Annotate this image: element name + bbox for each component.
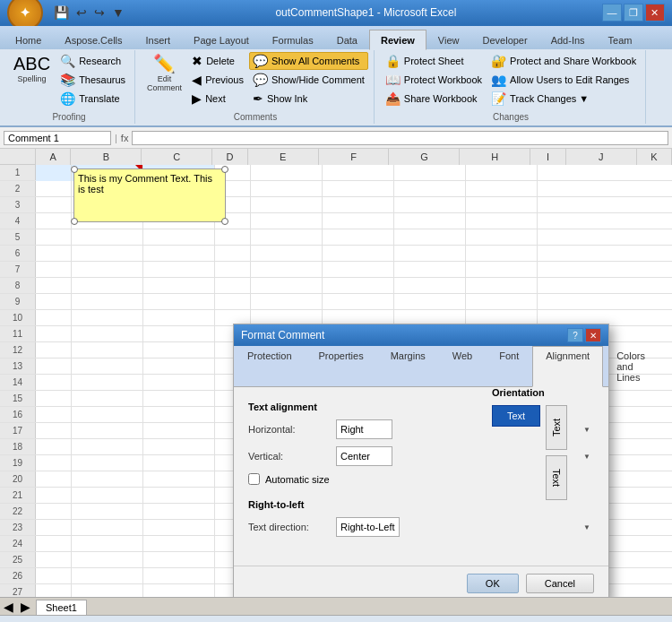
resize-handle-br[interactable]	[221, 218, 228, 225]
dialog-tab-alignment[interactable]: Alignment	[532, 346, 603, 387]
grid-cell[interactable]	[72, 520, 143, 536]
grid-cell[interactable]	[36, 520, 72, 536]
col-header-f[interactable]: F	[319, 149, 390, 165]
grid-cell[interactable]	[36, 181, 72, 197]
grid-cell[interactable]	[72, 278, 143, 294]
grid-cell[interactable]	[72, 375, 143, 391]
close-button[interactable]: ✕	[645, 4, 665, 22]
grid-cell[interactable]	[323, 197, 394, 213]
grid-cell[interactable]	[72, 294, 143, 310]
grid-cell[interactable]	[215, 278, 251, 294]
grid-cell[interactable]	[394, 246, 466, 262]
grid-cell[interactable]	[143, 246, 215, 262]
orientation-horizontal-button[interactable]: Text	[492, 405, 540, 427]
grid-cell[interactable]	[143, 342, 215, 359]
col-header-e[interactable]: E	[248, 149, 319, 165]
scroll-right-button[interactable]: ▶	[17, 600, 34, 614]
grid-cell[interactable]	[466, 294, 538, 310]
col-header-b[interactable]: B	[71, 149, 142, 165]
text-direction-select[interactable]: Context Left-to-Right Right-to-Left	[336, 517, 400, 537]
grid-cell[interactable]	[215, 262, 251, 278]
grid-cell[interactable]	[36, 439, 72, 455]
grid-cell[interactable]	[36, 423, 72, 439]
grid-cell[interactable]	[143, 229, 215, 246]
grid-cell[interactable]	[143, 568, 215, 584]
grid-cell[interactable]	[143, 310, 215, 326]
grid-cell[interactable]	[143, 278, 215, 294]
auto-size-checkbox[interactable]	[248, 473, 260, 485]
grid-cell[interactable]	[251, 246, 323, 262]
grid-cell[interactable]	[143, 391, 215, 407]
grid-cell[interactable]	[36, 197, 72, 213]
tab-add-ins[interactable]: Add-Ins	[539, 30, 597, 49]
format-comment-dialog[interactable]: Format Comment ? ✕ Protection Properties…	[233, 324, 609, 597]
grid-cell[interactable]	[466, 181, 538, 197]
tab-team[interactable]: Team	[597, 30, 644, 49]
grid-cell[interactable]	[394, 294, 466, 310]
minimize-button[interactable]: —	[602, 4, 622, 22]
grid-cell[interactable]	[215, 246, 251, 262]
customize-qat-button[interactable]: ▼	[110, 4, 126, 22]
delete-button[interactable]: ✖ Delete	[188, 52, 247, 70]
show-hide-comment-button[interactable]: 💬 Show/Hide Comment	[249, 71, 368, 89]
grid-cell[interactable]	[72, 262, 143, 278]
cancel-button[interactable]: Cancel	[526, 574, 594, 593]
dialog-tab-web[interactable]: Web	[439, 346, 486, 386]
grid-cell[interactable]	[143, 536, 215, 552]
redo-button[interactable]: ↪	[92, 4, 107, 22]
tab-formulas[interactable]: Formulas	[261, 30, 325, 49]
grid-cell[interactable]	[466, 165, 538, 181]
tab-review[interactable]: Review	[369, 30, 426, 50]
grid-cell[interactable]	[323, 262, 394, 278]
grid-cell[interactable]	[36, 584, 72, 597]
grid-cell[interactable]	[394, 181, 466, 197]
resize-handle-tr[interactable]	[221, 166, 228, 173]
grid-cell[interactable]	[215, 294, 251, 310]
name-box[interactable]	[4, 131, 111, 145]
grid-cell[interactable]	[72, 326, 143, 342]
grid-cell[interactable]	[36, 310, 72, 326]
grid-cell[interactable]	[36, 488, 72, 504]
grid-cell[interactable]	[251, 165, 323, 181]
grid-cell[interactable]	[72, 310, 143, 326]
grid-cell[interactable]	[251, 262, 323, 278]
grid-cell[interactable]	[394, 197, 466, 213]
grid-cell[interactable]	[143, 423, 215, 439]
grid-cell[interactable]	[36, 471, 72, 488]
grid-cell[interactable]	[251, 229, 323, 246]
col-header-c[interactable]: C	[142, 149, 212, 165]
grid-cell[interactable]	[251, 213, 323, 229]
grid-cell[interactable]	[36, 294, 72, 310]
tab-home[interactable]: Home	[4, 30, 53, 49]
grid-cell[interactable]	[323, 165, 394, 181]
grid-cell[interactable]	[36, 504, 72, 520]
dialog-close-button[interactable]: ✕	[585, 328, 601, 342]
grid-cell[interactable]	[251, 197, 323, 213]
grid-cell[interactable]	[36, 229, 72, 246]
research-button[interactable]: 🔍 Research	[56, 52, 129, 70]
dialog-tab-properties[interactable]: Properties	[306, 346, 377, 386]
grid-cell[interactable]	[72, 471, 143, 488]
grid-cell[interactable]	[72, 229, 143, 246]
orientation-vertical-up-button[interactable]: Text	[546, 405, 567, 450]
orientation-vertical-down-button[interactable]: Text	[546, 455, 567, 500]
grid-cell[interactable]	[394, 278, 466, 294]
grid-cell[interactable]	[466, 197, 538, 213]
grid-cell[interactable]	[394, 213, 466, 229]
grid-cell[interactable]	[323, 181, 394, 197]
dialog-tab-size[interactable]: Size	[659, 346, 672, 386]
grid-cell[interactable]	[466, 262, 538, 278]
grid-cell[interactable]	[323, 278, 394, 294]
translate-button[interactable]: 🌐 Translate	[56, 90, 129, 108]
grid-cell[interactable]	[143, 471, 215, 488]
grid-cell[interactable]	[251, 278, 323, 294]
grid-cell[interactable]	[36, 407, 72, 423]
grid-cell[interactable]	[394, 229, 466, 246]
col-header-j[interactable]: J	[566, 149, 637, 165]
horizontal-select[interactable]: Left Center Right Justify Distributed	[336, 419, 392, 439]
grid-cell[interactable]	[251, 294, 323, 310]
grid-cell[interactable]	[36, 455, 72, 471]
grid-cell[interactable]	[143, 359, 215, 375]
grid-cell[interactable]	[36, 536, 72, 552]
protect-workbook-button[interactable]: 📖 Protect Workbook	[382, 71, 486, 89]
